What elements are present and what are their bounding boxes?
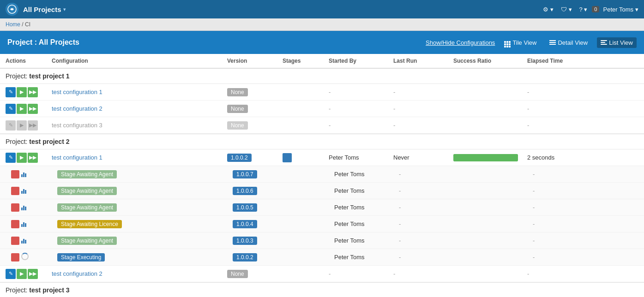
sub-row: Stage Awaiting Agent 1.0.0.7 Peter Toms … xyxy=(0,166,644,183)
play-button[interactable]: ▶ xyxy=(17,120,27,131)
version-badge: None xyxy=(227,88,248,96)
tile-view-button[interactable]: Tile View xyxy=(500,36,540,49)
last-run: - xyxy=(399,171,459,178)
sub-action xyxy=(11,220,57,228)
project-group-2: Project: test project 2 ✎ ▶ ▶▶ test conf… xyxy=(0,134,644,283)
play-button[interactable]: ▶ xyxy=(17,269,27,279)
fast-forward-button[interactable]: ▶▶ xyxy=(28,269,38,279)
sub-row: Stage Awaiting Agent 1.0.0.5 Peter Toms … xyxy=(0,199,644,216)
last-run: - xyxy=(399,220,459,227)
stop-button[interactable] xyxy=(11,170,19,178)
stop-button[interactable] xyxy=(11,253,19,261)
stats-icon xyxy=(21,220,26,228)
sub-action xyxy=(11,253,57,261)
stop-button[interactable] xyxy=(11,187,19,195)
detail-view-label: Detail View xyxy=(558,39,588,46)
project-title-1: Project: test project 1 xyxy=(0,69,644,84)
list-view-label: List View xyxy=(609,39,633,46)
elapsed-time: - xyxy=(533,237,597,244)
col-actions: Actions xyxy=(6,58,52,64)
col-version: Version xyxy=(227,58,283,64)
started-by: Peter Toms xyxy=(334,187,399,194)
edit-button[interactable]: ✎ xyxy=(6,87,16,97)
action-buttons: ✎ ▶ ▶▶ xyxy=(6,120,52,131)
project-prefix: Project: xyxy=(6,72,29,80)
success-ratio-bar xyxy=(453,154,518,161)
version-badge: 1.0.0.3 xyxy=(233,237,257,245)
fast-forward-button[interactable]: ▶▶ xyxy=(28,120,38,131)
action-buttons: ✎ ▶ ▶▶ xyxy=(6,87,52,97)
elapsed-time: - xyxy=(527,89,592,95)
elapsed-time: - xyxy=(527,270,592,277)
stop-button[interactable] xyxy=(11,203,19,212)
project-prefix: Project: xyxy=(6,286,29,294)
detail-view-button[interactable]: Detail View xyxy=(546,37,591,48)
elapsed-time: - xyxy=(533,204,597,211)
col-last-run: Last Run xyxy=(393,58,453,64)
version-badge: None xyxy=(227,121,248,130)
play-button[interactable]: ▶ xyxy=(17,104,27,114)
elapsed-time: - xyxy=(533,254,597,261)
project-name: test project 2 xyxy=(29,138,69,145)
play-button[interactable]: ▶ xyxy=(17,87,27,97)
last-run: - xyxy=(399,237,459,244)
last-run: - xyxy=(399,187,459,194)
notification-badge[interactable]: 0 xyxy=(592,6,599,12)
tile-view-label: Tile View xyxy=(512,39,536,46)
elapsed-time: - xyxy=(527,122,592,129)
version-badge: 1.0.0.6 xyxy=(233,187,257,195)
sub-action xyxy=(11,236,57,245)
stop-button[interactable] xyxy=(11,237,19,245)
main-content: Actions Configuration Version Stages Sta… xyxy=(0,54,644,297)
gear-button[interactable]: ⚙ ▾ xyxy=(540,4,556,15)
last-run: - xyxy=(399,254,459,261)
stage-badge: Stage Awaiting Agent xyxy=(57,237,117,245)
edit-button[interactable]: ✎ xyxy=(6,269,16,279)
edit-button[interactable]: ✎ xyxy=(6,153,16,163)
edit-button[interactable]: ✎ xyxy=(6,120,16,131)
app-logo xyxy=(6,3,18,16)
list-view-icon xyxy=(601,40,607,45)
config-name-link[interactable]: test configuration 2 xyxy=(52,270,102,277)
shield-button[interactable]: 🛡 ▾ xyxy=(558,4,575,15)
action-buttons: ✎ ▶ ▶▶ xyxy=(6,153,52,163)
breadcrumb-home[interactable]: Home xyxy=(6,21,20,28)
elapsed-time: - xyxy=(533,220,597,227)
project-name: test project 3 xyxy=(29,286,69,294)
started-by: Peter Toms xyxy=(334,171,399,178)
sub-row: Stage Awaiting Agent 1.0.0.6 Peter Toms … xyxy=(0,183,644,199)
version-badge: 1.0.0.2 xyxy=(233,253,257,261)
last-run: - xyxy=(393,89,453,95)
config-name-link[interactable]: test configuration 2 xyxy=(52,105,102,112)
started-by: - xyxy=(329,89,393,95)
started-by: Peter Toms xyxy=(334,237,399,244)
stop-button[interactable] xyxy=(11,220,19,228)
elapsed-time: - xyxy=(533,171,597,178)
version-badge: None xyxy=(227,105,248,113)
help-button[interactable]: ? ▾ xyxy=(577,4,590,15)
show-hide-configurations-button[interactable]: Show/Hide Configurations xyxy=(426,39,495,46)
fast-forward-button[interactable]: ▶▶ xyxy=(28,153,38,163)
config-name-link[interactable]: test configuration 1 xyxy=(52,89,102,95)
stats-icon xyxy=(21,203,26,212)
user-chevron: ▾ xyxy=(635,6,638,13)
user-name: Peter Toms xyxy=(603,6,633,13)
fast-forward-button[interactable]: ▶▶ xyxy=(28,87,38,97)
fast-forward-button[interactable]: ▶▶ xyxy=(28,104,38,114)
version-badge: 1.0.0.5 xyxy=(233,203,257,212)
stats-icon xyxy=(21,236,26,245)
play-button[interactable]: ▶ xyxy=(17,153,27,163)
table-header: Actions Configuration Version Stages Sta… xyxy=(0,54,644,69)
title-chevron[interactable]: ▾ xyxy=(63,6,66,12)
list-view-button[interactable]: List View xyxy=(597,37,637,48)
edit-button[interactable]: ✎ xyxy=(6,104,16,114)
started-by: Peter Toms xyxy=(334,204,399,211)
config-row: ✎ ▶ ▶▶ test configuration 1 None - - - xyxy=(0,84,644,101)
started-by: Peter Toms xyxy=(334,220,399,227)
user-menu[interactable]: Peter Toms ▾ xyxy=(603,6,638,13)
config-name-link[interactable]: test configuration 1 xyxy=(52,154,102,161)
stats-icon xyxy=(21,170,26,178)
app-title: All Projects xyxy=(23,6,61,13)
success-bar-fill xyxy=(453,154,518,161)
sub-action xyxy=(11,170,57,178)
